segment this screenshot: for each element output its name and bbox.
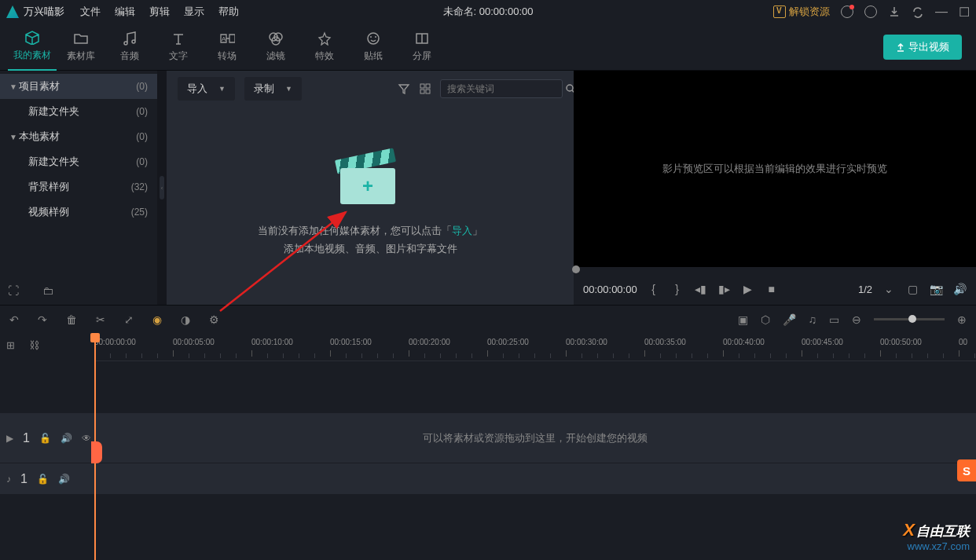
tab-text[interactable]: 文字: [154, 24, 203, 71]
sidebar-item-local-media[interactable]: ▼ 本地素材 (0): [0, 124, 157, 149]
zoom-in-icon[interactable]: ⊕: [957, 313, 967, 326]
zoom-handle[interactable]: [908, 315, 916, 323]
grid-view-icon[interactable]: [420, 83, 431, 94]
snapshot-icon[interactable]: 📷: [929, 283, 943, 295]
maximize-button[interactable]: ☐: [959, 5, 970, 20]
display-icon[interactable]: ▢: [905, 283, 919, 295]
lock-icon[interactable]: 🔓: [37, 474, 49, 485]
chevron-down-icon[interactable]: ▼: [9, 133, 19, 141]
color-icon[interactable]: ◑: [181, 313, 190, 326]
adjust-icon[interactable]: ⚙: [209, 313, 219, 326]
speed-icon[interactable]: ◉: [152, 313, 162, 326]
prev-frame-icon[interactable]: ◂▮: [694, 283, 708, 295]
feedback-icon[interactable]: [864, 5, 877, 18]
redo-icon[interactable]: ↷: [38, 313, 47, 326]
mic-icon[interactable]: 🎤: [783, 313, 796, 326]
side-badge[interactable]: S: [957, 459, 976, 481]
media-content[interactable]: + 当前没有添加任何媒体素材，您可以点击「导入」 添加本地视频、音频、图片和字幕…: [167, 107, 574, 305]
user-icon[interactable]: [841, 5, 853, 18]
crop-icon[interactable]: ⤢: [124, 313, 134, 326]
preview-panel: 影片预览区可以根据当前编辑的效果进行实时预览 00:00:00:00 { } ◂…: [574, 71, 976, 305]
zoom-slider[interactable]: [874, 318, 945, 320]
audio-track-head: ♪1 🔓 🔊: [0, 472, 94, 486]
ruler-tick: 00:00:40:00: [723, 338, 765, 346]
sidebar-count: (25): [131, 207, 148, 218]
menubar-right: 解锁资源 — ☐: [773, 5, 970, 20]
preview-hint: 影片预览区可以根据当前编辑的效果进行实时预览: [662, 162, 887, 176]
clapperboard-icon[interactable]: +: [340, 154, 400, 206]
playhead[interactable]: [94, 333, 96, 560]
mute-icon[interactable]: 🔊: [58, 474, 70, 485]
scrubber-handle[interactable]: [572, 265, 580, 273]
lock-icon[interactable]: 🔓: [39, 433, 51, 444]
menu-view[interactable]: 显示: [184, 5, 204, 19]
bracket-out-icon[interactable]: }: [670, 283, 684, 295]
filter-icon[interactable]: [398, 83, 410, 94]
minimize-button[interactable]: —: [935, 5, 948, 19]
cut-icon[interactable]: ✂: [96, 313, 105, 326]
next-frame-icon[interactable]: ▮▸: [717, 283, 732, 295]
tab-filter[interactable]: 滤镜: [251, 24, 300, 71]
refresh-icon[interactable]: [912, 5, 924, 18]
link-icon[interactable]: ⛓: [29, 339, 39, 351]
menu-help[interactable]: 帮助: [218, 5, 239, 19]
video-track[interactable]: ▶1 🔓 🔊 👁 可以将素材或资源拖动到这里，开始创建您的视频: [0, 413, 976, 463]
audio-track[interactable]: ♪1 🔓 🔊: [0, 463, 976, 495]
tab-effects[interactable]: 特效: [300, 24, 349, 71]
playhead-handle[interactable]: [91, 441, 102, 463]
volume-icon[interactable]: 🔊: [952, 283, 967, 295]
chevron-down-icon: ▼: [218, 85, 226, 93]
menu-edit[interactable]: 编辑: [115, 5, 135, 19]
visibility-icon[interactable]: 👁: [82, 433, 91, 444]
tab-stickers[interactable]: 贴纸: [349, 24, 398, 71]
zoom-out-icon[interactable]: ⊖: [852, 313, 861, 326]
download-icon[interactable]: [888, 5, 901, 18]
caption-icon[interactable]: ▭: [829, 313, 839, 326]
empty-line1-after: 」: [472, 225, 482, 236]
import-dropdown[interactable]: 导入 ▼: [178, 77, 235, 101]
import-link[interactable]: 导入: [452, 225, 472, 236]
sidebar-item-video-samples[interactable]: 视频样例 (25): [0, 199, 157, 225]
sidebar-list: ▼ 项目素材 (0) 新建文件夹 (0) ▼ 本地素材 (0) 新建文件夹 (0…: [0, 71, 157, 276]
menu-file[interactable]: 文件: [80, 5, 101, 19]
preview-ratio[interactable]: 1/2: [858, 284, 872, 295]
unlock-resources-button[interactable]: 解锁资源: [773, 5, 830, 19]
play-button[interactable]: ▶: [741, 283, 755, 295]
audio-mix-icon[interactable]: ♫: [809, 313, 817, 326]
timeline-ruler[interactable]: 00:00:00:0000:00:05:0000:00:10:0000:00:1…: [94, 333, 976, 361]
sidebar-label: 新建文件夹: [28, 104, 136, 119]
preview-scrubber[interactable]: [574, 267, 976, 273]
menu-clip[interactable]: 剪辑: [149, 5, 170, 19]
bracket-in-icon[interactable]: {: [647, 283, 661, 295]
delete-icon[interactable]: 🗑: [66, 313, 77, 326]
undo-icon[interactable]: ↶: [9, 313, 19, 326]
search-input[interactable]: [447, 83, 565, 94]
sidebar-item-bg-samples[interactable]: 背景样例 (32): [0, 174, 157, 199]
chevron-down-icon[interactable]: ⌄: [882, 283, 896, 295]
edit-toolbar-right: ▣ ⬡ 🎤 ♫ ▭ ⊖ ⊕: [738, 313, 967, 326]
ruler-tick: 00:00:10:00: [251, 338, 293, 346]
sidebar-item-project-media[interactable]: ▼ 项目素材 (0): [0, 74, 157, 99]
preview-video-area[interactable]: 影片预览区可以根据当前编辑的效果进行实时预览: [574, 71, 976, 267]
chevron-down-icon[interactable]: ▼: [9, 82, 19, 91]
video-track-body[interactable]: 可以将素材或资源拖动到这里，开始创建您的视频: [94, 431, 976, 445]
sidebar-item-new-folder-2[interactable]: 新建文件夹 (0): [0, 149, 157, 174]
media-toolbar: 导入 ▼ 录制 ▼: [167, 71, 574, 107]
export-video-button[interactable]: 导出视频: [883, 35, 962, 60]
tab-splitscreen[interactable]: 分屏: [398, 24, 446, 71]
stop-button[interactable]: ■: [765, 283, 779, 295]
record-screen-icon[interactable]: ▣: [738, 313, 748, 326]
tab-audio[interactable]: 音频: [105, 24, 154, 71]
new-folder-icon[interactable]: 🗀: [42, 284, 53, 297]
tab-transition[interactable]: A 转场: [203, 24, 251, 71]
record-dropdown[interactable]: 录制 ▼: [244, 77, 302, 101]
tab-library[interactable]: 素材库: [57, 24, 105, 71]
tab-my-media[interactable]: 我的素材: [8, 24, 57, 71]
marker-add-icon[interactable]: ⬡: [761, 313, 770, 326]
mute-icon[interactable]: 🔊: [61, 433, 72, 444]
track-options-icon[interactable]: ⊞: [6, 339, 15, 351]
sidebar-item-new-folder[interactable]: 新建文件夹 (0): [0, 99, 157, 124]
search-box[interactable]: [440, 79, 563, 98]
expand-icon[interactable]: ⛶: [8, 284, 19, 297]
panel-resize-handle[interactable]: ‹: [157, 71, 167, 305]
